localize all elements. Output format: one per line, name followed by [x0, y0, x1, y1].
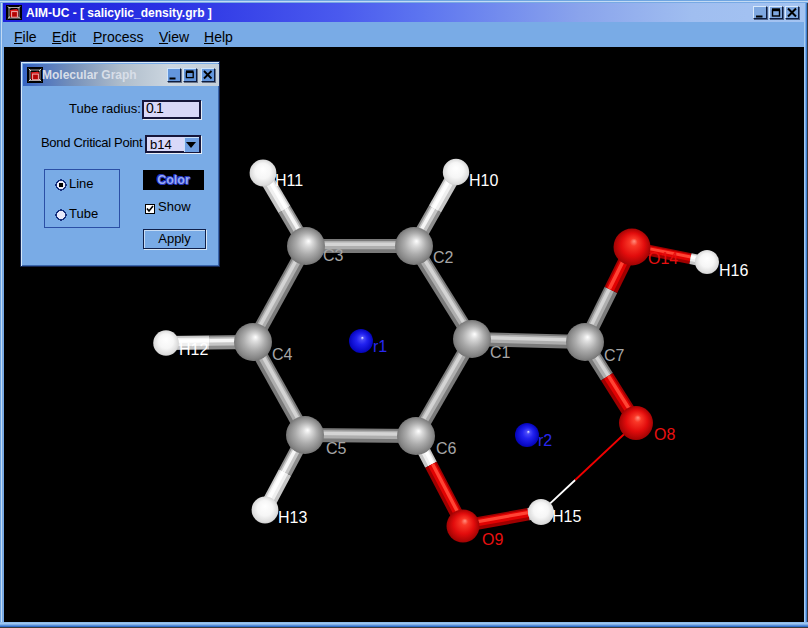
- svg-text:C1: C1: [490, 344, 511, 361]
- svg-text:C4: C4: [272, 346, 293, 363]
- svg-text:r2: r2: [538, 432, 552, 449]
- svg-text:H10: H10: [469, 172, 498, 189]
- svg-text:C5: C5: [326, 440, 347, 457]
- svg-text:r1: r1: [373, 338, 387, 355]
- svg-text:O9: O9: [482, 531, 503, 548]
- svg-text:H11: H11: [275, 172, 303, 189]
- svg-text:H12: H12: [179, 341, 208, 358]
- svg-text:H13: H13: [278, 509, 307, 526]
- svg-text:H15: H15: [552, 508, 581, 525]
- svg-text:C7: C7: [604, 347, 625, 364]
- svg-text:O8: O8: [654, 426, 675, 443]
- svg-text:C6: C6: [436, 440, 457, 457]
- svg-text:C3: C3: [323, 247, 344, 264]
- svg-text:H16: H16: [719, 262, 748, 279]
- svg-text:C2: C2: [433, 249, 454, 266]
- svg-text:O14: O14: [648, 250, 678, 267]
